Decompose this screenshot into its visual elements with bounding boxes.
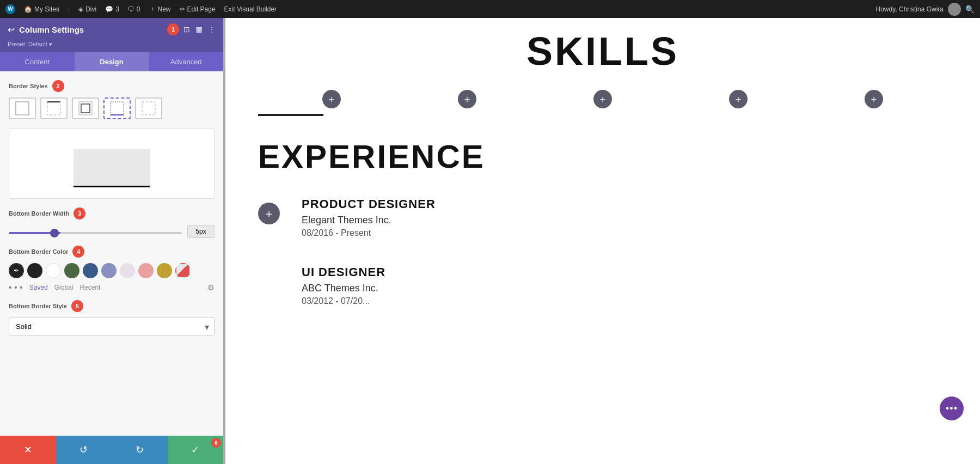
more-icon[interactable]: ⋮ — [208, 25, 216, 34]
col-add-btn-5[interactable]: ＋ — [865, 90, 883, 108]
new-item[interactable]: ＋ New — [149, 4, 171, 14]
border-style-top[interactable] — [40, 97, 68, 119]
svg-rect-4 — [81, 104, 90, 113]
back-arrow-icon[interactable]: ↩ — [8, 25, 15, 35]
svg-rect-1 — [47, 102, 60, 115]
swatch-black[interactable] — [27, 263, 42, 278]
divi-label: Divi — [85, 5, 96, 13]
exit-builder-item[interactable]: Exit Visual Builder — [224, 5, 277, 13]
global-tab[interactable]: Global — [54, 284, 74, 291]
bottom-border-style-label: Bottom Border Style 5 — [9, 300, 215, 312]
panel-header-icons: ⊡ ▦ ⋮ — [183, 25, 216, 34]
swatch-light-purple[interactable] — [120, 263, 135, 278]
panel-header: ↩ Column Settings 1 ⊡ ▦ ⋮ — [0, 18, 223, 41]
tab-content[interactable]: Content — [0, 52, 75, 71]
resize-icon[interactable]: ⊡ — [183, 25, 190, 34]
swatch-white[interactable] — [46, 263, 61, 278]
job-company-1: Elegant Themes Inc. — [302, 215, 436, 226]
main-layout: ↩ Column Settings 1 ⊡ ▦ ⋮ Preset: Defaul… — [0, 18, 980, 464]
dots-button[interactable]: • • • — [9, 283, 23, 292]
exp-add-btn-1[interactable]: ＋ — [258, 203, 280, 224]
border-style-select[interactable]: Solid Dashed Dotted Double None — [9, 318, 215, 335]
border-style-sides[interactable] — [135, 97, 162, 119]
exp-details-2: UI DESIGNER ABC Themes Inc. 03/2012 - 07… — [302, 265, 385, 306]
job-title-2: UI DESIGNER — [302, 265, 385, 279]
job-dates-1: 08/2016 - Present — [302, 228, 436, 238]
tab-advanced[interactable]: Advanced — [149, 52, 223, 71]
pencil-icon: ✏ — [180, 5, 185, 13]
plus-icon-bar: ＋ — [149, 4, 156, 14]
wp-admin-bar: W 🏠 My Sites | ◈ Divi 💬 3 🗨 0 ＋ New ✏ Ed… — [0, 0, 980, 18]
tab-design[interactable]: Design — [75, 52, 149, 71]
my-sites-item[interactable]: 🏠 My Sites — [24, 5, 59, 13]
experience-title: EXPERIENCE — [258, 138, 947, 175]
border-width-value: 5px — [187, 225, 215, 238]
col-add-btn-2[interactable]: ＋ — [458, 90, 476, 108]
eyedropper-swatch[interactable]: ✒ — [9, 263, 24, 278]
swatch-dark-blue[interactable] — [83, 263, 98, 278]
comment-count-item[interactable]: 💬 3 — [105, 5, 119, 13]
bottom-border-width-label: Bottom Border Width 3 — [9, 207, 215, 219]
border-style-none[interactable] — [9, 97, 36, 119]
swatch-light-red[interactable] — [138, 263, 154, 278]
comment-icon: 💬 — [105, 5, 113, 13]
edit-page-label: Edit Page — [187, 5, 216, 13]
save-icon: ✓ — [191, 444, 199, 456]
recent-tab[interactable]: Recent — [79, 284, 100, 291]
border-style-select-wrapper: Solid Dashed Dotted Double None ▾ — [9, 318, 215, 335]
experience-row-1: ＋ PRODUCT DESIGNER Elegant Themes Inc. 0… — [258, 197, 947, 238]
comment-item[interactable]: 🗨 0 — [128, 5, 140, 13]
border-width-slider[interactable] — [9, 232, 182, 234]
my-sites-label: My Sites — [34, 5, 59, 13]
step-badge-6: 6 — [211, 438, 221, 448]
border-style-inner[interactable] — [72, 97, 99, 119]
swatch-medium-purple[interactable] — [101, 263, 117, 278]
wp-icon: W — [5, 4, 15, 14]
divi-icon: ◈ — [78, 5, 83, 13]
swatch-gold[interactable] — [157, 263, 172, 278]
border-styles-label: Border Styles 2 — [9, 80, 215, 92]
col-add-btn-4[interactable]: ＋ — [729, 90, 748, 108]
border-style-bottom[interactable] — [103, 97, 131, 119]
undo-button[interactable]: ↺ — [56, 436, 112, 464]
user-greeting: Howdy, Christina Gwira — [876, 5, 944, 13]
preset-label[interactable]: Preset: Default — [8, 41, 47, 47]
redo-icon: ↻ — [136, 444, 144, 456]
preset-bar: Preset: Default ▾ — [0, 41, 223, 52]
user-avatar — [948, 3, 961, 16]
undo-icon: ↺ — [79, 444, 88, 456]
bottom-border-color-section: Bottom Border Color 4 ✒ • • • — [9, 246, 215, 292]
new-label: New — [158, 5, 171, 13]
border-width-slider-wrapper — [9, 227, 182, 236]
swatch-red[interactable] — [175, 263, 191, 278]
preview-inner — [74, 149, 150, 187]
border-options — [9, 97, 215, 119]
edit-page-item[interactable]: ✏ Edit Page — [180, 5, 216, 13]
skills-title: SKILLS — [258, 29, 947, 74]
more-actions-float-button[interactable]: ••• — [940, 396, 964, 420]
wp-logo-item[interactable]: W — [5, 4, 15, 14]
separator-1: | — [68, 5, 70, 13]
swatch-dark-green[interactable] — [64, 263, 79, 278]
cancel-icon: ✕ — [24, 444, 32, 456]
col-add-btn-3[interactable]: ＋ — [593, 90, 612, 108]
layout-icon[interactable]: ▦ — [195, 25, 203, 34]
saved-tab[interactable]: Saved — [29, 284, 48, 291]
border-width-slider-row: 5px — [9, 225, 215, 238]
bottom-border-color-label: Bottom Border Color 4 — [9, 246, 215, 258]
search-icon[interactable]: 🔍 — [965, 5, 975, 14]
svg-rect-7 — [142, 102, 155, 115]
columns-add-row: ＋ ＋ ＋ ＋ ＋ — [258, 90, 947, 108]
cancel-button[interactable]: ✕ — [0, 436, 56, 464]
gear-icon[interactable]: ⚙ — [207, 283, 215, 292]
step-badge-2: 2 — [52, 80, 64, 92]
job-title-1: PRODUCT DESIGNER — [302, 197, 436, 211]
color-swatches: ✒ — [9, 263, 215, 278]
col-add-btn-1[interactable]: ＋ — [322, 90, 341, 108]
job-company-2: ABC Themes Inc. — [302, 283, 385, 294]
redo-button[interactable]: ↻ — [112, 436, 168, 464]
border-preview — [9, 128, 215, 199]
save-button[interactable]: ✓ 6 — [168, 436, 224, 464]
divi-item[interactable]: ◈ Divi — [78, 5, 96, 13]
panel-content: Border Styles 2 — [0, 71, 223, 436]
